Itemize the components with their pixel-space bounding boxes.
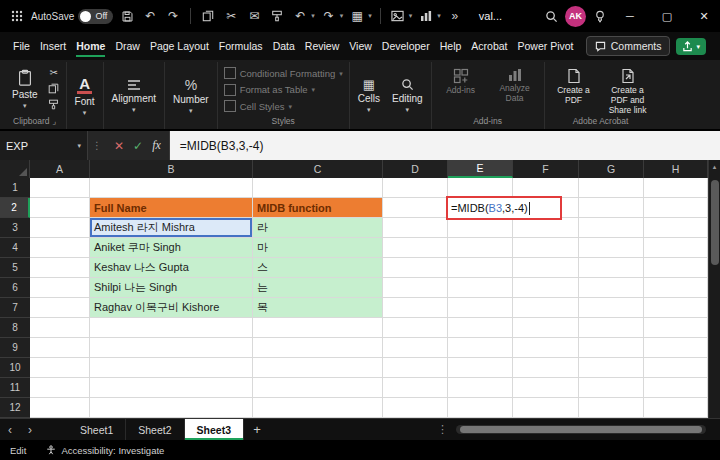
column-header-F[interactable]: F: [513, 160, 579, 178]
cell-H6[interactable]: [644, 278, 708, 298]
cell-G6[interactable]: [579, 278, 644, 298]
row-header-6[interactable]: 6: [0, 278, 30, 298]
close-button[interactable]: ✕: [688, 0, 720, 32]
font-menu-button[interactable]: A Font ▾: [69, 62, 101, 129]
cell-D6[interactable]: [383, 278, 448, 298]
cell-F11[interactable]: [513, 378, 579, 398]
cell-A7[interactable]: [30, 298, 90, 318]
cell-A9[interactable]: [30, 338, 90, 358]
sheet-nav-left-icon[interactable]: ‹: [0, 423, 20, 437]
cell-C11[interactable]: [253, 378, 383, 398]
cell-B6[interactable]: Shilpi 나는 Singh: [90, 278, 253, 298]
row-header-1[interactable]: 1: [0, 178, 30, 198]
undo-icon[interactable]: ↶: [141, 6, 159, 26]
cell-F9[interactable]: [513, 338, 579, 358]
cell-F8[interactable]: [513, 318, 579, 338]
cell-G8[interactable]: [579, 318, 644, 338]
create-pdf-button[interactable]: Create a PDF: [547, 62, 601, 115]
cancel-entry-button[interactable]: ✕: [114, 139, 124, 153]
cut-button[interactable]: ✂: [45, 65, 63, 80]
name-box[interactable]: EXP ▾: [0, 131, 88, 160]
column-header-A[interactable]: A: [30, 160, 90, 178]
document-title[interactable]: val...: [479, 10, 502, 22]
cell-C5[interactable]: 스: [253, 258, 383, 278]
cell-A3[interactable]: [30, 218, 90, 238]
cell-B9[interactable]: [90, 338, 253, 358]
cell-D5[interactable]: [383, 258, 448, 278]
menu-tab-page-layout[interactable]: Page Layout: [145, 34, 214, 58]
cell-A4[interactable]: [30, 238, 90, 258]
cell-B5[interactable]: Keshav 나스 Gupta: [90, 258, 253, 278]
search-icon[interactable]: [542, 6, 560, 26]
redo-dropdown-icon[interactable]: ↷: [320, 6, 338, 26]
row-header-8[interactable]: 8: [0, 318, 30, 338]
cell-C6[interactable]: 는: [253, 278, 383, 298]
table-icon[interactable]: ▦: [348, 6, 366, 26]
cell-A6[interactable]: [30, 278, 90, 298]
cell-H7[interactable]: [644, 298, 708, 318]
cell-B4[interactable]: Aniket 쿠마 Singh: [90, 238, 253, 258]
cell-H1[interactable]: [644, 178, 708, 198]
cell-E11[interactable]: [448, 378, 513, 398]
cell-E1[interactable]: [448, 178, 513, 198]
confirm-entry-button[interactable]: ✓: [133, 139, 143, 153]
column-header-D[interactable]: D: [383, 160, 448, 178]
row-header-10[interactable]: 10: [0, 358, 30, 378]
cell-G11[interactable]: [579, 378, 644, 398]
cell-G5[interactable]: [579, 258, 644, 278]
column-header-H[interactable]: H: [644, 160, 708, 178]
cell-H9[interactable]: [644, 338, 708, 358]
cell-A5[interactable]: [30, 258, 90, 278]
menu-tab-review[interactable]: Review: [300, 34, 344, 58]
vertical-scrollbar[interactable]: ▴: [708, 160, 720, 418]
cell-E7[interactable]: [448, 298, 513, 318]
format-as-table-button[interactable]: Format as Table ▾: [222, 83, 345, 97]
more-options-icon[interactable]: ⋮: [429, 423, 456, 436]
cell-B2[interactable]: Full Name: [90, 198, 253, 218]
menu-tab-power-pivot[interactable]: Power Pivot: [513, 34, 579, 58]
cell-E8[interactable]: [448, 318, 513, 338]
cell-H10[interactable]: [644, 358, 708, 378]
column-header-C[interactable]: C: [253, 160, 383, 178]
cell-E9[interactable]: [448, 338, 513, 358]
cell-C4[interactable]: 마: [253, 238, 383, 258]
cell-C8[interactable]: [253, 318, 383, 338]
cell-C10[interactable]: [253, 358, 383, 378]
horizontal-scrollbar[interactable]: [456, 425, 706, 434]
cell-D7[interactable]: [383, 298, 448, 318]
cell-G12[interactable]: [579, 398, 644, 418]
cell-D2[interactable]: [383, 198, 448, 218]
row-header-5[interactable]: 5: [0, 258, 30, 278]
menu-tab-view[interactable]: View: [344, 34, 377, 58]
row-header-3[interactable]: 3: [0, 218, 30, 238]
cell-H11[interactable]: [644, 378, 708, 398]
vertical-scroll-thumb[interactable]: [711, 180, 719, 265]
chevron-down-icon[interactable]: ▾: [437, 12, 441, 20]
cell-D4[interactable]: [383, 238, 448, 258]
cell-C3[interactable]: 라: [253, 218, 383, 238]
mail-icon[interactable]: ✉: [245, 6, 263, 26]
accessibility-status[interactable]: Accessibility: Investigate: [46, 445, 164, 456]
format-painter-button[interactable]: [45, 97, 63, 112]
cell-D3[interactable]: [383, 218, 448, 238]
formula-input[interactable]: =MIDB(B3,3,-4): [170, 131, 720, 160]
menu-tab-file[interactable]: File: [8, 34, 35, 58]
cell-A12[interactable]: [30, 398, 90, 418]
cell-G2[interactable]: [579, 198, 644, 218]
cell-B8[interactable]: [90, 318, 253, 338]
sheet-nav-right-icon[interactable]: ›: [20, 423, 40, 437]
menu-tab-developer[interactable]: Developer: [377, 34, 435, 58]
menu-tab-acrobat[interactable]: Acrobat: [466, 34, 512, 58]
select-all-button[interactable]: [0, 160, 30, 178]
horizontal-scroll-thumb[interactable]: [460, 426, 702, 433]
sheet-tab-sheet3[interactable]: Sheet3: [185, 419, 244, 440]
cell-B7[interactable]: Raghav 이목구비 Kishore: [90, 298, 253, 318]
user-avatar[interactable]: AK: [565, 6, 586, 27]
cell-B10[interactable]: [90, 358, 253, 378]
insert-function-button[interactable]: fx: [152, 138, 161, 153]
cell-E12[interactable]: [448, 398, 513, 418]
share-button[interactable]: ▾: [676, 38, 706, 55]
menu-tab-formulas[interactable]: Formulas: [214, 34, 268, 58]
active-cell-editor[interactable]: =MIDB(B3,3,-4): [446, 196, 562, 220]
cell-A11[interactable]: [30, 378, 90, 398]
